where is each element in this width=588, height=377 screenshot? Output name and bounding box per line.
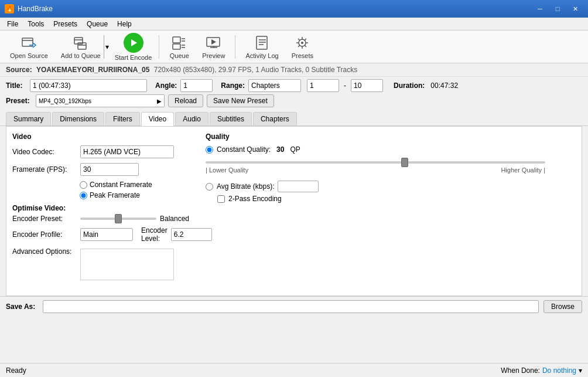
menu-help[interactable]: Help bbox=[112, 19, 136, 29]
encoder-profile-row: Encoder Profile: Main Encoder Level: 6.2 bbox=[12, 226, 200, 243]
tab-subtitles[interactable]: Subtitles bbox=[210, 112, 252, 125]
app-title: HandBrake bbox=[18, 5, 53, 13]
preview-button[interactable]: Preview bbox=[197, 32, 230, 62]
presets-button[interactable]: Presets bbox=[286, 32, 319, 62]
from-chapter-select[interactable]: 1 bbox=[307, 79, 339, 92]
codec-select-wrap: H.265 (AMD VCE) bbox=[80, 145, 174, 158]
codec-select[interactable]: H.265 (AMD VCE) bbox=[80, 145, 174, 158]
title-select[interactable]: 1 (00:47:33) bbox=[30, 79, 147, 92]
toolbar-sep-2 bbox=[235, 35, 235, 59]
window-controls: ─ □ ✕ bbox=[532, 3, 583, 15]
menu-presets[interactable]: Presets bbox=[49, 19, 82, 29]
twopass-label: 2-Pass Encoding bbox=[228, 195, 282, 203]
open-source-button[interactable]: Open Source bbox=[5, 32, 53, 62]
add-to-queue-icon bbox=[73, 35, 89, 51]
source-bar: Source: YOAKEMAEYORI_RURIIRONA_05 720x48… bbox=[0, 63, 588, 77]
advanced-options-input[interactable] bbox=[80, 249, 174, 280]
advanced-options-label: Advanced Options: bbox=[12, 246, 77, 256]
video-left-panel: Video Video Codec: H.265 (AMD VCE) Frame… bbox=[12, 133, 200, 280]
toolbar-sep-1 bbox=[159, 35, 159, 59]
avg-bitrate-label: Avg Bitrate (kbps): bbox=[217, 182, 274, 191]
queue-icon bbox=[171, 35, 187, 51]
avg-bitrate-radio[interactable] bbox=[206, 183, 213, 191]
range-select-wrap: Chapters bbox=[248, 79, 301, 92]
avg-bitrate-row: Avg Bitrate (kbps): bbox=[206, 181, 576, 192]
quality-slider-container: | Lower Quality Higher Quality | bbox=[206, 157, 576, 174]
svg-rect-5 bbox=[173, 44, 180, 49]
to-chapter-select[interactable]: 10 bbox=[351, 79, 383, 92]
svg-marker-3 bbox=[131, 39, 137, 46]
tab-dimensions[interactable]: Dimensions bbox=[52, 112, 104, 125]
encoder-preset-slider[interactable] bbox=[80, 218, 156, 220]
constant-framerate-label[interactable]: Constant Framerate bbox=[80, 181, 200, 189]
tab-chapters[interactable]: Chapters bbox=[253, 112, 297, 125]
presets-icon bbox=[294, 35, 310, 51]
menu-queue[interactable]: Queue bbox=[82, 19, 112, 29]
open-source-icon bbox=[20, 35, 37, 51]
range-select[interactable]: Chapters bbox=[248, 79, 301, 92]
framerate-select[interactable]: 30 bbox=[80, 163, 139, 176]
higher-quality-label: Higher Quality | bbox=[501, 167, 545, 174]
framerate-select-wrap: 30 bbox=[80, 163, 139, 176]
saveas-label: Save As: bbox=[6, 303, 38, 311]
main-content: Video Video Codec: H.265 (AMD VCE) Frame… bbox=[6, 126, 582, 296]
title-select-wrap: 1 (00:47:33) bbox=[30, 79, 147, 92]
constant-quality-radio[interactable] bbox=[206, 146, 213, 154]
quality-labels: | Lower Quality Higher Quality | bbox=[206, 167, 545, 174]
statusbar: Ready When Done: Do nothing ▾ bbox=[0, 363, 588, 377]
angle-select-wrap: 1 bbox=[180, 79, 213, 92]
add-to-queue-button[interactable]: Add to Queue bbox=[56, 32, 106, 62]
queue-button[interactable]: Queue bbox=[164, 32, 194, 62]
optimise-section: Optimise Video: Encoder Preset: Balanced… bbox=[12, 204, 200, 243]
svg-rect-7 bbox=[257, 36, 267, 49]
from-chapter-wrap: 1 bbox=[307, 79, 339, 92]
encoder-profile-select-wrap: Main bbox=[80, 228, 133, 241]
preset-label: Preset: bbox=[6, 97, 32, 105]
when-done-arrow-icon[interactable]: ▾ bbox=[579, 366, 582, 375]
content-grid: Video Video Codec: H.265 (AMD VCE) Frame… bbox=[12, 133, 576, 280]
quality-slider[interactable] bbox=[206, 161, 545, 164]
maximize-button[interactable]: □ bbox=[549, 3, 566, 15]
twopass-checkbox[interactable] bbox=[217, 195, 225, 203]
peak-framerate-radio[interactable] bbox=[80, 192, 87, 199]
reload-button[interactable]: Reload bbox=[168, 94, 203, 107]
constant-framerate-radio[interactable] bbox=[80, 181, 87, 189]
peak-framerate-label[interactable]: Peak Framerate bbox=[80, 191, 200, 199]
preset-arrow-icon: ▶ bbox=[157, 98, 162, 104]
menu-tools[interactable]: Tools bbox=[23, 19, 49, 29]
saveas-input[interactable] bbox=[43, 300, 539, 313]
advanced-options-row: Advanced Options: bbox=[12, 246, 200, 280]
tab-video[interactable]: Video bbox=[141, 112, 174, 126]
titlebar: 🔥 HandBrake ─ □ ✕ bbox=[0, 0, 588, 18]
peak-framerate-row: Peak Framerate bbox=[80, 191, 200, 199]
encoder-preset-row: Encoder Preset: Balanced bbox=[12, 215, 200, 223]
tab-filters[interactable]: Filters bbox=[105, 112, 140, 125]
minimize-button[interactable]: ─ bbox=[532, 3, 548, 15]
angle-select[interactable]: 1 bbox=[180, 79, 213, 92]
menu-file[interactable]: File bbox=[2, 19, 23, 29]
video-section-title: Video bbox=[12, 133, 200, 141]
quality-right-panel: Quality Constant Quality: 30 QP | Lower … bbox=[206, 133, 576, 280]
encoder-level-select[interactable]: 6.2 bbox=[171, 228, 212, 241]
preset-dropdown[interactable]: MP4_Q30_192Kbps ▶ bbox=[36, 94, 165, 107]
activity-log-label: Activity Log bbox=[245, 52, 278, 59]
activity-log-button[interactable]: Activity Log bbox=[240, 32, 283, 62]
constant-framerate-row: Constant Framerate bbox=[80, 181, 200, 189]
save-new-preset-button[interactable]: Save New Preset bbox=[207, 94, 274, 107]
encoder-level-label: Encoder Level: bbox=[141, 226, 167, 243]
encoder-profile-label: Encoder Profile: bbox=[12, 230, 77, 239]
source-filename: YOAKEMAEYORI_RURIIRONA_05 bbox=[36, 66, 149, 74]
encoder-profile-select[interactable]: Main bbox=[80, 228, 133, 241]
browse-button[interactable]: Browse bbox=[543, 300, 582, 313]
start-encode-button[interactable]: Start Encode bbox=[115, 33, 152, 61]
add-to-queue-arrow[interactable]: ▾ bbox=[104, 35, 110, 59]
when-done-value[interactable]: Do nothing bbox=[542, 366, 576, 375]
tab-summary[interactable]: Summary bbox=[6, 112, 51, 125]
close-button[interactable]: ✕ bbox=[567, 3, 583, 15]
lower-quality-label: | Lower Quality bbox=[206, 167, 248, 174]
avg-bitrate-input[interactable] bbox=[278, 181, 319, 192]
toolbar: Open Source Add to Queue ▾ Start Encode bbox=[0, 30, 588, 63]
framerate-label: Framerate (FPS): bbox=[12, 165, 77, 174]
range-label: Range: bbox=[221, 81, 245, 90]
tab-audio[interactable]: Audio bbox=[175, 112, 208, 125]
